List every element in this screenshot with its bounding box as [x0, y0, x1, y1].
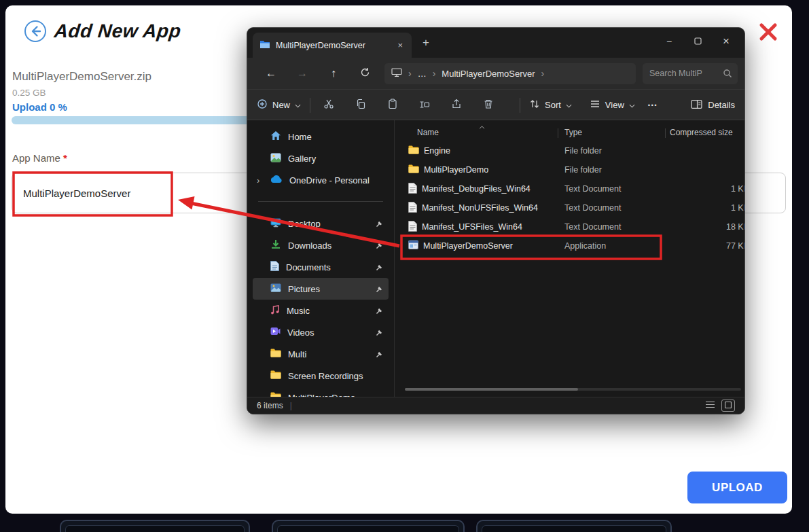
sidebar-item-label: Music: [287, 306, 310, 316]
sidebar-item-label: Screen Recordings: [288, 371, 363, 381]
breadcrumb-ellipsis[interactable]: …: [418, 69, 427, 79]
onedrive-icon: [270, 175, 283, 185]
window-close-button[interactable]: ×: [712, 29, 740, 54]
column-divider[interactable]: [558, 128, 558, 138]
file-row-manifest-nonufsfiles[interactable]: Manifest_NonUFSFiles_Win64 Text Document…: [395, 198, 744, 217]
column-header-type[interactable]: Type: [564, 128, 582, 137]
details-button[interactable]: Details: [691, 99, 735, 111]
explorer-tab[interactable]: MultiPlayerDemoServer ×: [253, 33, 412, 58]
copy-button[interactable]: [351, 96, 370, 115]
file-row-multiplayerdemo[interactable]: MultiPlayerDemo File folder: [395, 160, 744, 179]
new-button[interactable]: New: [257, 99, 301, 111]
share-icon: [451, 99, 462, 111]
details-pane-icon: [691, 99, 702, 111]
view-icon: [590, 99, 600, 111]
sidebar-item-music[interactable]: Music: [253, 300, 389, 321]
navigation-pane: Home Gallery › OneDrive - Personal: [247, 120, 395, 397]
upload-file-name: MultiPlayerDemoServer.zip: [12, 70, 151, 84]
text-document-icon: [408, 202, 417, 215]
sort-button[interactable]: Sort: [529, 99, 572, 111]
file-row-manifest-debugfiles[interactable]: Manifest_DebugFiles_Win64 Text Document …: [395, 179, 744, 198]
nav-forward-button[interactable]: →: [287, 67, 318, 79]
file-compressed-size: 1 KB: [670, 203, 744, 213]
large-icons-view-toggle[interactable]: [721, 400, 735, 412]
sidebar-item-home[interactable]: Home: [253, 126, 389, 147]
sidebar-item-videos[interactable]: Videos: [253, 321, 389, 343]
nav-refresh-button[interactable]: [349, 67, 380, 80]
file-type: Application: [564, 241, 670, 251]
sidebar-item-label: Gallery: [288, 154, 316, 164]
cut-button[interactable]: [319, 96, 338, 115]
tab-bar: MultiPlayerDemoServer × + − ×: [247, 28, 744, 58]
sidebar-item-pictures[interactable]: Pictures: [253, 278, 389, 300]
scrollbar-thumb[interactable]: [405, 388, 578, 391]
file-rows: Engine File folder MultiPlayerDemo File …: [395, 141, 744, 255]
sidebar-item-desktop[interactable]: Desktop: [253, 213, 389, 234]
more-options-button[interactable]: …: [647, 96, 658, 108]
file-type: File folder: [564, 165, 670, 175]
address-bar: ← → ↑ ›: [247, 58, 744, 89]
sidebar-item-downloads[interactable]: Downloads: [253, 234, 389, 256]
gallery-icon: [270, 153, 281, 164]
view-button[interactable]: View: [590, 99, 635, 111]
sidebar-item-gallery[interactable]: Gallery: [253, 147, 389, 169]
search-input[interactable]: [643, 63, 719, 84]
file-row-manifest-ufsfiles[interactable]: Manifest_UFSFiles_Win64 Text Document 18…: [395, 217, 744, 236]
share-button[interactable]: [447, 96, 466, 115]
minimize-button[interactable]: −: [655, 29, 683, 54]
maximize-button[interactable]: [683, 29, 712, 54]
chevron-down-icon: [566, 100, 572, 110]
close-icon: [758, 34, 778, 44]
horizontal-scrollbar[interactable]: [405, 388, 741, 391]
back-button[interactable]: [24, 20, 47, 43]
folder-icon: [408, 164, 419, 175]
downloads-icon: [270, 239, 281, 251]
music-icon: [270, 304, 280, 317]
sort-button-label: Sort: [545, 100, 561, 110]
background-card: [272, 520, 465, 532]
file-type: Text Document: [564, 203, 670, 213]
window-controls: − ×: [655, 28, 740, 55]
upload-button[interactable]: UPLOAD: [687, 472, 787, 503]
background-card-header: [277, 525, 459, 532]
sidebar-item-label: Pictures: [288, 284, 320, 294]
file-row-multiplayerdemoserver[interactable]: MultiPlayerDemoServer Application 77 KB: [395, 236, 744, 255]
cut-icon: [323, 99, 334, 111]
column-header-size[interactable]: Compressed size: [670, 128, 733, 137]
explorer-chrome: MultiPlayerDemoServer × + − × ← → ↑: [247, 28, 744, 120]
file-name: Engine: [424, 146, 450, 156]
pin-icon: [376, 264, 383, 271]
file-name: MultiPlayerDemoServer: [423, 241, 513, 251]
breadcrumb[interactable]: › … › MultiPlayerDemoServer ›: [384, 63, 636, 84]
list-view-icon: [706, 401, 715, 410]
sidebar-item-multiplayerdemo[interactable]: MultiPlayerDemo: [253, 387, 389, 397]
folder-icon: [270, 349, 281, 359]
column-divider[interactable]: [665, 128, 666, 138]
paste-button[interactable]: [383, 96, 402, 115]
sidebar-item-onedrive[interactable]: › OneDrive - Personal: [253, 169, 389, 191]
sidebar-item-documents[interactable]: Documents: [253, 256, 389, 278]
modal-close-button[interactable]: [758, 22, 778, 42]
status-divider: |: [290, 401, 292, 410]
delete-button[interactable]: [479, 96, 498, 115]
details-view-toggle[interactable]: [706, 401, 715, 410]
sidebar-item-multi[interactable]: Multi: [253, 343, 389, 365]
nav-up-button[interactable]: ↑: [318, 67, 349, 79]
breadcrumb-current-folder[interactable]: MultiPlayerDemoServer: [442, 69, 535, 79]
rename-button[interactable]: [415, 96, 434, 115]
column-header-name[interactable]: Name: [417, 128, 439, 137]
new-tab-button[interactable]: +: [423, 36, 429, 50]
sidebar-item-label: OneDrive - Personal: [289, 175, 370, 185]
application-icon: [408, 240, 418, 252]
file-row-engine[interactable]: Engine File folder: [395, 141, 744, 160]
new-button-label: New: [272, 100, 290, 110]
documents-icon: [270, 261, 279, 273]
tab-close-icon[interactable]: ×: [395, 40, 405, 50]
nav-back-button[interactable]: ←: [255, 67, 287, 79]
folder-icon: [270, 370, 281, 381]
chevron-right-icon[interactable]: ›: [257, 175, 259, 185]
breadcrumb-chevron-icon: ›: [408, 68, 412, 79]
items-count: 6 items: [257, 401, 283, 410]
file-type: Text Document: [564, 184, 670, 194]
sidebar-item-screen-recordings[interactable]: Screen Recordings: [253, 365, 389, 387]
